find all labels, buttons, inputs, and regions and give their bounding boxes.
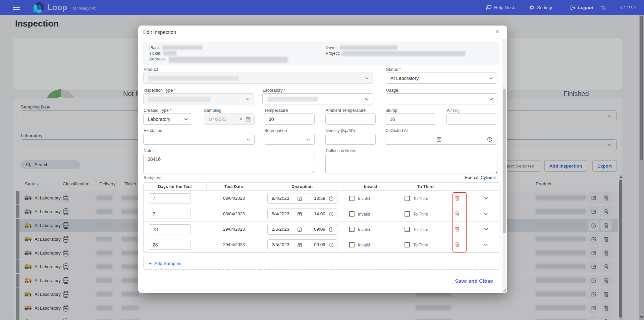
expand-row-icon[interactable] [484, 213, 488, 215]
delete-sample-icon[interactable] [455, 195, 460, 201]
delete-sample-icon[interactable] [455, 211, 460, 217]
add-samples-button[interactable]: + Add Samples [143, 257, 500, 270]
laboratory-select[interactable] [262, 93, 373, 104]
invalid-checkbox[interactable] [349, 242, 355, 247]
disruption-date[interactable]: 8/4/2023 [272, 211, 289, 216]
disruption-time[interactable]: 13:59 [314, 196, 325, 201]
clock-icon[interactable] [487, 137, 492, 142]
created-type-select[interactable]: Laboratory [143, 113, 192, 125]
segregation-select[interactable] [264, 134, 315, 145]
resize-handle-icon[interactable] [502, 288, 506, 292]
sampling-date-field[interactable]: 1/4/2023 ✕ [204, 113, 255, 125]
chevron-down-icon [307, 138, 310, 141]
days-input[interactable] [149, 224, 191, 234]
air-input[interactable] [447, 114, 497, 124]
temperature-field[interactable] [264, 113, 315, 125]
redacted-driver-value [340, 45, 397, 50]
help-desk-button[interactable]: Help Desk [486, 0, 515, 15]
calendar-icon[interactable] [297, 242, 302, 247]
clock-icon[interactable] [329, 227, 334, 232]
calendar-icon[interactable] [246, 117, 251, 122]
chat-icon [486, 5, 492, 10]
days-input[interactable] [149, 209, 191, 219]
invalid-checkbox[interactable] [349, 211, 355, 217]
logout-label: Logout [578, 5, 593, 10]
temperature-input[interactable] [264, 114, 314, 124]
disruption-group: 8/4/2023 13:59 [267, 193, 337, 204]
expand-row-icon[interactable] [484, 228, 488, 231]
expand-row-icon[interactable] [484, 243, 488, 246]
to-third-checkbox[interactable] [405, 227, 410, 232]
collected-at-label: Collected At [385, 128, 408, 133]
inspection-type-label: Inspection Type * [144, 88, 176, 93]
logout-button[interactable]: Logout [570, 0, 593, 15]
density-input[interactable] [326, 134, 375, 144]
disruption-time[interactable]: 09:09 [314, 227, 325, 232]
created-type-value: Laboratory [148, 117, 170, 122]
air-field[interactable] [446, 113, 497, 125]
close-icon[interactable]: ✕ [495, 29, 499, 34]
invalid-checkbox[interactable] [349, 227, 355, 232]
calendar-icon[interactable] [297, 227, 302, 232]
disruption-time[interactable]: 09:09 [314, 242, 325, 247]
header-invalid: Invalid [343, 183, 398, 190]
plus-icon: + [149, 261, 152, 266]
clock-icon[interactable] [329, 212, 334, 217]
delete-sample-icon[interactable] [455, 242, 460, 247]
laboratory-label: Laboratory * [263, 88, 285, 93]
percent-shortcut-button[interactable] [600, 0, 606, 15]
collected-at-field[interactable]: --:-- [385, 134, 497, 145]
ticket-label: Ticket: [149, 51, 161, 56]
clock-icon[interactable] [329, 242, 334, 247]
loop-logo-icon [34, 2, 44, 13]
disruption-date[interactable]: 2/5/2023 [272, 227, 289, 232]
status-select[interactable]: At Laboratory [386, 73, 497, 84]
collection-notes-textarea[interactable] [325, 154, 497, 174]
usage-select[interactable] [386, 93, 497, 104]
settings-button[interactable]: Settings [529, 0, 553, 15]
calendar-icon[interactable] [297, 212, 302, 217]
modal-scrollbar-thumb[interactable] [503, 89, 506, 233]
chevron-down-icon [489, 98, 493, 100]
redacted-project-value [341, 51, 466, 56]
to-third-checkbox[interactable] [405, 196, 410, 201]
calendar-icon[interactable] [436, 137, 442, 142]
days-input[interactable] [149, 193, 191, 203]
status-label: Status * [386, 67, 401, 72]
modal-scrollbar[interactable] [502, 39, 506, 292]
header-delete [453, 183, 473, 190]
clear-icon[interactable]: ✕ [239, 117, 243, 122]
invalid-checkbox-label: Invalid [358, 212, 370, 217]
density-field[interactable] [325, 134, 376, 145]
ambient-temperature-input[interactable] [326, 114, 375, 124]
disruption-time[interactable]: 14:00 [314, 211, 325, 216]
redacted-inspection-type-chip [148, 97, 210, 102]
days-input[interactable] [149, 240, 191, 250]
product-select[interactable] [143, 73, 373, 84]
to-third-checkbox[interactable] [405, 242, 410, 247]
disruption-date[interactable]: 2/5/2023 [272, 242, 289, 247]
exudation-select[interactable] [143, 134, 255, 145]
inspection-type-select[interactable] [143, 93, 254, 104]
header-to-third: To Third [398, 183, 453, 190]
redacted-address-value [169, 57, 288, 63]
ambient-temperature-field[interactable] [325, 113, 376, 125]
app-version: V 2.235.9 [620, 0, 636, 15]
invalid-checkbox[interactable] [349, 196, 355, 201]
hamburger-menu-icon[interactable] [13, 5, 20, 10]
calendar-icon[interactable] [297, 196, 302, 201]
save-and-close-button[interactable]: Save and Close [455, 278, 493, 284]
brand-name: Loop [48, 3, 67, 12]
samples-label: Samples: [144, 175, 161, 180]
slump-input[interactable] [385, 114, 436, 124]
notes-textarea[interactable]: 28416 [143, 154, 315, 174]
disruption-date[interactable]: 8/4/2023 [272, 196, 289, 201]
slump-field[interactable] [385, 113, 436, 125]
clock-icon[interactable] [329, 196, 334, 201]
expand-row-icon[interactable] [484, 197, 488, 200]
disruption-group: 2/5/2023 09:09 [267, 224, 337, 235]
edit-inspection-modal: Edit Inspection ✕ Plant: Ticket: Address… [138, 26, 507, 293]
invalid-checkbox-label: Invalid [358, 243, 370, 247]
delete-sample-icon[interactable] [455, 226, 460, 232]
to-third-checkbox[interactable] [405, 211, 410, 217]
